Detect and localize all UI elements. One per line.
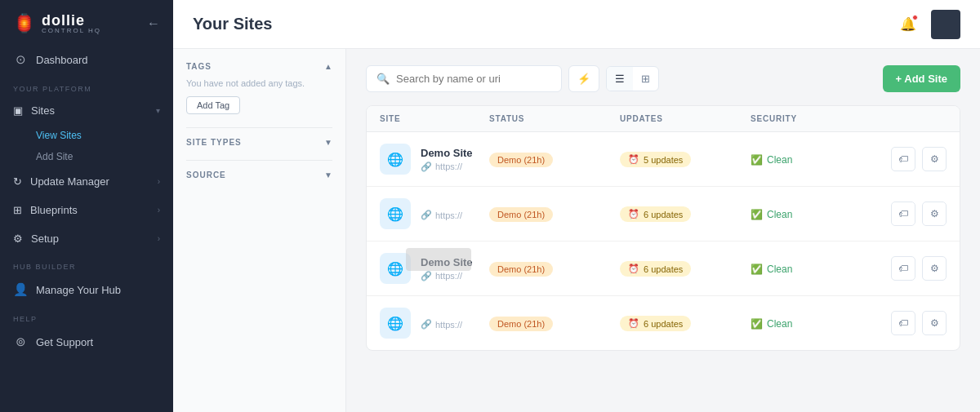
back-button[interactable]: ←	[147, 16, 160, 31]
tag-action-button[interactable]: 🏷	[891, 147, 915, 171]
filters-panel: TAGS ▲ You have not added any tags. Add …	[173, 49, 346, 412]
sidebar-item-manage-hub[interactable]: 👤 Manage Your Hub	[0, 274, 173, 305]
tags-filter-header[interactable]: TAGS ▲	[186, 62, 332, 71]
check-icon: ✅	[751, 264, 763, 275]
source-chevron-icon: ▼	[324, 171, 332, 179]
status-cell: Demo (21h)	[489, 206, 620, 222]
sidebar-item-support[interactable]: ⊚ Get Support	[0, 326, 173, 357]
sidebar: 🏮 dollie CONTROL HQ ← ⊙ Dashboard YOUR P…	[0, 0, 173, 412]
main-content: Your Sites 🔔 TAGS ▲ You have not added a…	[173, 0, 980, 412]
link-icon: 🔗	[421, 162, 432, 172]
sidebar-item-label: Dashboard	[36, 54, 88, 66]
sidebar-item-update-manager[interactable]: ↻ Update Manager ›	[0, 167, 173, 196]
site-icon: 🌐	[380, 308, 411, 339]
source-filter-section: SOURCE ▼	[186, 171, 332, 179]
grid-view-button[interactable]: ⊞	[633, 67, 658, 91]
settings-action-button[interactable]: ⚙	[922, 202, 947, 226]
avatar[interactable]	[931, 10, 960, 39]
updates-badge: ⏰ 6 updates	[620, 316, 691, 331]
updates-badge: ⏰ 6 updates	[620, 206, 691, 222]
updates-badge: ⏰ 6 updates	[620, 261, 691, 277]
tags-label: TAGS	[186, 62, 212, 71]
logo-icon: 🏮	[13, 13, 35, 34]
status-badge: Demo (21h)	[489, 207, 553, 222]
filter-button[interactable]: ⚡	[568, 65, 599, 92]
site-name: Demo Site	[421, 147, 473, 159]
settings-action-button[interactable]: ⚙	[922, 147, 947, 171]
security-badge: ✅ Clean	[751, 209, 792, 220]
sidebar-item-dashboard[interactable]: ⊙ Dashboard	[0, 44, 173, 75]
updates-cell: ⏰ 6 updates	[620, 260, 751, 277]
site-types-filter-section: SITE TYPES ▼	[186, 138, 332, 147]
content-area: TAGS ▲ You have not added any tags. Add …	[173, 49, 980, 412]
table-row: 🌐 Demo Site 🔗 https:// Demo (21h)	[367, 132, 960, 187]
row-actions: 🏷 ⚙	[881, 256, 947, 281]
list-view-button[interactable]: ☰	[607, 67, 633, 91]
table-row: 🌐 Demo Site 🔗 https:// Demo (21h)	[367, 241, 960, 296]
blueprints-icon: ⊞	[13, 204, 22, 216]
setup-expand-arrow: ›	[158, 234, 160, 243]
security-badge: ✅ Clean	[751, 154, 792, 166]
col-security: SECURITY	[751, 114, 881, 123]
site-icon: 🌐	[380, 144, 411, 175]
site-info: 🌐 Demo Site 🔗 https://	[380, 144, 489, 175]
site-url: 🔗 https://	[421, 210, 462, 220]
sidebar-item-sites[interactable]: ▣ Sites ▾	[0, 96, 173, 125]
col-site: SITE	[380, 114, 489, 123]
search-bar: 🔍	[366, 65, 562, 92]
check-icon: ✅	[751, 154, 763, 166]
site-details: Demo Site 🔗 https://	[421, 256, 473, 281]
topbar-right: 🔔	[895, 10, 960, 39]
sidebar-item-setup[interactable]: ⚙ Setup ›	[0, 224, 173, 253]
updates-badge: ⏰ 5 updates	[620, 152, 691, 167]
source-label: SOURCE	[186, 171, 226, 179]
col-updates: UPDATES	[620, 114, 751, 123]
status-badge: Demo (21h)	[489, 153, 553, 167]
security-badge: ✅ Clean	[751, 264, 792, 275]
topbar: Your Sites 🔔	[173, 0, 980, 49]
add-tag-button[interactable]: Add Tag	[186, 96, 240, 114]
updates-cell: ⏰ 5 updates	[620, 151, 751, 167]
tags-filter-section: TAGS ▲ You have not added any tags. Add …	[186, 62, 332, 114]
clock-icon: ⏰	[628, 154, 639, 165]
sites-table: SITE STATUS UPDATES SECURITY 🌐 Demo Site…	[366, 105, 960, 351]
sidebar-nav: ⊙ Dashboard YOUR PLATFORM ▣ Sites ▾ View…	[0, 44, 173, 412]
security-cell: ✅ Clean	[751, 152, 881, 166]
source-filter-header[interactable]: SOURCE ▼	[186, 171, 332, 179]
security-cell: ✅ Clean	[751, 206, 881, 221]
table-row: 🌐 🔗 https:// Demo (21h)	[367, 296, 960, 350]
status-badge: Demo (21h)	[489, 317, 553, 331]
updates-cell: ⏰ 6 updates	[620, 315, 751, 331]
settings-action-button[interactable]: ⚙	[922, 256, 947, 281]
link-icon: 🔗	[421, 271, 432, 281]
sites-toolbar: 🔍 ⚡ ☰ ⊞ + Add Site	[366, 65, 960, 92]
sidebar-item-blueprints[interactable]: ⊞ Blueprints ›	[0, 196, 173, 224]
help-section-label: HELP	[0, 305, 173, 326]
manage-hub-icon: 👤	[13, 282, 28, 297]
logo: 🏮 dollie CONTROL HQ	[13, 13, 101, 34]
settings-action-button[interactable]: ⚙	[922, 311, 947, 335]
notifications-button[interactable]: 🔔	[895, 11, 921, 38]
filter-divider-1	[186, 127, 332, 128]
tag-action-button[interactable]: 🏷	[891, 311, 915, 335]
col-status: STATUS	[489, 114, 620, 123]
sites-icon: ▣	[13, 104, 23, 117]
search-icon: 🔍	[376, 73, 390, 85]
site-info: 🌐 🔗 https://	[380, 198, 489, 229]
check-icon: ✅	[751, 209, 763, 220]
search-input[interactable]	[396, 73, 551, 85]
row-actions: 🏷 ⚙	[881, 147, 947, 171]
site-url: 🔗 https://	[421, 319, 462, 330]
tag-action-button[interactable]: 🏷	[891, 202, 915, 226]
tag-action-button[interactable]: 🏷	[891, 256, 915, 281]
clock-icon: ⏰	[628, 318, 639, 329]
sidebar-item-add-site[interactable]: Add Site	[0, 146, 173, 167]
add-site-button[interactable]: + Add Site	[883, 65, 960, 92]
site-types-filter-header[interactable]: SITE TYPES ▼	[186, 138, 332, 147]
security-cell: ✅ Clean	[751, 261, 881, 276]
security-cell: ✅ Clean	[751, 316, 881, 330]
tags-empty-text: You have not added any tags.	[186, 78, 332, 90]
site-icon: 🌐	[380, 253, 411, 284]
sidebar-item-view-sites[interactable]: View Sites	[0, 125, 173, 146]
logo-text: dollie CONTROL HQ	[42, 13, 101, 34]
